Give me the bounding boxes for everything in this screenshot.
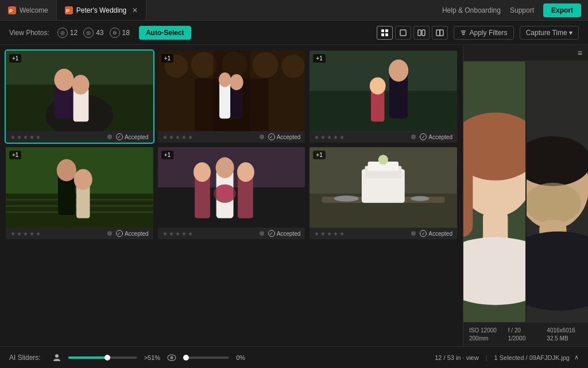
count-3: 18: [122, 29, 130, 37]
count-item-1: ◎ 12: [57, 28, 78, 38]
folder-icon: P: [65, 6, 73, 14]
preview-img-man[interactable]: [527, 62, 589, 322]
hamburger-icon[interactable]: ≡: [578, 48, 582, 57]
app-icon: P: [8, 6, 16, 14]
svg-point-22: [72, 75, 89, 94]
help-link[interactable]: Help & Onboarding: [442, 6, 501, 14]
person-icon: [52, 353, 61, 362]
photo-thumb-4: [6, 147, 153, 228]
photo-grid: +1 ★ ★ ★ ★ ★ ✓ Accepted: [6, 51, 457, 239]
single-view-button[interactable]: [395, 26, 411, 40]
count-2: 43: [96, 29, 103, 37]
svg-point-34: [230, 74, 243, 90]
exif-shutter: 1/2000: [508, 335, 544, 342]
tab-welcome[interactable]: P Welcome: [0, 0, 57, 20]
bottom-bar: AI Sliders: >51% 0% 12 / 53 in · view | …: [0, 346, 588, 368]
right-panel: ≡: [463, 45, 588, 346]
tab-close-icon[interactable]: ✕: [132, 6, 138, 14]
svg-point-27: [252, 52, 278, 79]
accepted-icon-1: ✓: [116, 133, 123, 140]
accepted-icon-4: ✓: [116, 230, 123, 237]
sort-button[interactable]: Capture Time ▾: [520, 26, 579, 40]
photo-grid-container: +1 ★ ★ ★ ★ ★ ✓ Accepted: [0, 45, 463, 346]
photo-card-4[interactable]: +1 ★ ★ ★ ★ ★ ✓ Accepted: [6, 147, 153, 239]
photo-footer-1: ★ ★ ★ ★ ★ ✓ Accepted: [6, 131, 153, 143]
status-info: 1 Selected / 09AFJDJK.jpg: [494, 354, 570, 361]
toolbar: View Photos: ◎ 12 ◎ 43 ⊖ 18 Auto-Select: [0, 21, 588, 45]
sort-label: Capture Time: [526, 29, 567, 37]
slider-thumb-1[interactable]: [105, 355, 110, 361]
stack-badge-5: +1: [161, 151, 173, 159]
stack-badge-1: +1: [9, 54, 21, 63]
accepted-badge-2: ✓ Accepted: [260, 133, 301, 140]
single-icon: [399, 29, 407, 37]
compare-view-button[interactable]: [413, 26, 430, 40]
filter-label: Apply Filters: [470, 29, 508, 37]
photo-art-6: [310, 147, 457, 228]
accepted-icon-6: ✓: [420, 230, 427, 237]
count-item-3: ⊖ 18: [110, 28, 130, 38]
accepted-icon-5: ✓: [268, 230, 275, 237]
photo-thumb-3: [310, 51, 457, 131]
accepted-badge-1: ✓ Accepted: [107, 133, 149, 140]
exif-info: ISO 12000 f / 20 4016x6016 200mm 1/2000 …: [463, 322, 588, 346]
eye-icon-wrap[interactable]: [167, 354, 176, 361]
preview-images: [463, 62, 588, 322]
support-link[interactable]: Support: [510, 6, 534, 14]
view-icons: [377, 26, 448, 40]
preview-img-woman[interactable]: [463, 62, 525, 322]
dot-3: [411, 135, 416, 139]
photo-footer-5: ★ ★ ★ ★ ★ ✓ Accepted: [158, 228, 305, 239]
svg-rect-9: [418, 30, 421, 36]
ai-sliders-label: AI Sliders:: [9, 354, 41, 362]
dot-2: [260, 135, 264, 139]
photo-footer-4: ★ ★ ★ ★ ★ ✓ Accepted: [6, 228, 153, 239]
photo-card-6[interactable]: +1 ★ ★ ★ ★ ★ ✓ Accepted: [310, 147, 457, 239]
photo-card-2[interactable]: +1 ★ ★ ★ ★ ★ ✓ Accepted: [158, 51, 305, 143]
photo-thumb-1: [6, 51, 153, 131]
bottom-chevron-icon[interactable]: ∧: [574, 354, 579, 361]
svg-point-49: [74, 169, 92, 190]
tab-wedding[interactable]: P Peter's Wedding ✕: [57, 0, 146, 20]
photo-card-5[interactable]: +1 ★ ★ ★ ★ ★ ✓ Accepted: [158, 147, 305, 239]
photo-art-1: [6, 51, 153, 131]
accepted-icon-3: ✓: [420, 133, 427, 140]
ai-slider-2[interactable]: [183, 356, 229, 359]
svg-point-68: [411, 196, 430, 201]
svg-point-40: [370, 77, 386, 94]
grid-icon: [381, 29, 389, 37]
slider-thumb-2[interactable]: [183, 355, 189, 361]
photo-card-3[interactable]: +1 ★ ★ ★ ★ ★ ✓ Accepted: [310, 51, 457, 143]
dot-6: [411, 231, 416, 236]
exif-filesize: 32.5 MB: [547, 335, 582, 342]
photo-thumb-6: [310, 147, 457, 228]
svg-rect-10: [422, 30, 425, 36]
bottom-bar-info: 12 / 53 in · view | 1 Selected / 09AFJDJ…: [435, 354, 579, 361]
export-button[interactable]: Export: [543, 3, 581, 17]
exif-focal: 200mm: [469, 335, 505, 342]
filter-icon: [460, 29, 467, 36]
dot-4: [107, 231, 112, 236]
slider-fill-1: [68, 356, 106, 359]
accepted-badge-3: ✓ Accepted: [411, 133, 452, 140]
photo-card-1[interactable]: +1 ★ ★ ★ ★ ★ ✓ Accepted: [6, 51, 153, 143]
count-item-2: ◎ 43: [83, 28, 103, 38]
exif-aperture: f / 20: [508, 327, 544, 334]
ai-slider-1[interactable]: [68, 356, 137, 359]
svg-rect-8: [400, 30, 406, 36]
accepted-badge-6: ✓ Accepted: [411, 230, 452, 237]
svg-point-53: [194, 162, 211, 182]
slider-pct-2: 0%: [236, 354, 245, 361]
accepted-badge-4: ✓ Accepted: [107, 230, 149, 237]
dot-1: [107, 135, 112, 139]
grid-view-button[interactable]: [377, 26, 393, 40]
auto-select-button[interactable]: Auto-Select: [139, 26, 191, 40]
svg-point-32: [219, 72, 231, 87]
svg-point-66: [378, 155, 388, 164]
count-icon-3: ⊖: [110, 28, 120, 38]
stack-badge-3: +1: [313, 54, 325, 63]
split-view-button[interactable]: [432, 26, 448, 40]
apply-filters-button[interactable]: Apply Filters: [454, 26, 514, 40]
svg-point-57: [237, 162, 254, 182]
svg-rect-6: [381, 33, 384, 36]
